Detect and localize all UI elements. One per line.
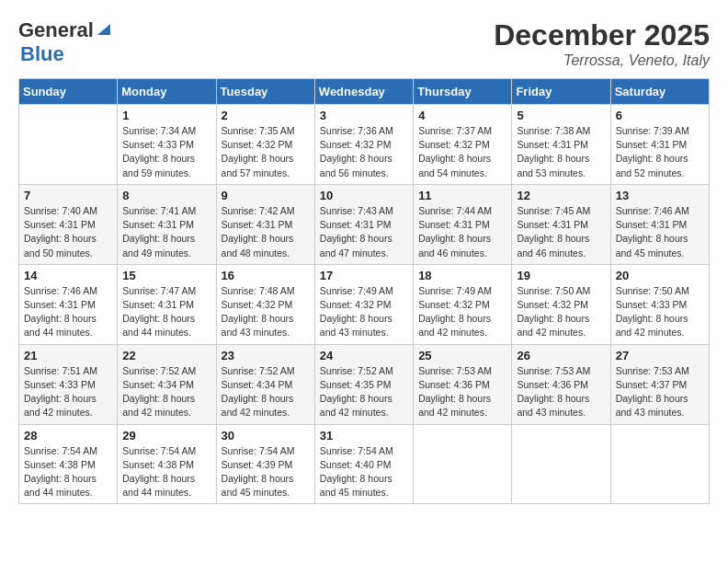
logo-triangle-icon xyxy=(96,20,112,37)
day-info: Sunrise: 7:54 AM Sunset: 4:38 PM Dayligh… xyxy=(122,444,210,500)
calendar-cell: 29Sunrise: 7:54 AM Sunset: 4:38 PM Dayli… xyxy=(118,424,216,504)
day-number: 4 xyxy=(418,109,506,122)
calendar-cell: 19Sunrise: 7:50 AM Sunset: 4:32 PM Dayli… xyxy=(512,264,610,344)
day-number: 29 xyxy=(122,429,210,442)
day-number: 21 xyxy=(24,349,112,362)
calendar-cell: 25Sunrise: 7:53 AM Sunset: 4:36 PM Dayli… xyxy=(414,344,512,424)
day-number: 12 xyxy=(517,189,605,202)
calendar-week-row: 21Sunrise: 7:51 AM Sunset: 4:33 PM Dayli… xyxy=(19,344,710,424)
day-info: Sunrise: 7:36 AM Sunset: 4:32 PM Dayligh… xyxy=(320,124,408,180)
day-number: 6 xyxy=(616,109,704,122)
day-info: Sunrise: 7:46 AM Sunset: 4:31 PM Dayligh… xyxy=(24,284,112,340)
calendar-week-row: 7Sunrise: 7:40 AM Sunset: 4:31 PM Daylig… xyxy=(19,184,710,264)
day-number: 20 xyxy=(616,269,704,282)
page-header: General Blue December 2025 Terrossa, Ven… xyxy=(18,18,710,69)
day-number: 31 xyxy=(320,429,408,442)
logo: General Blue xyxy=(18,18,112,66)
day-number: 5 xyxy=(517,109,605,122)
svg-marker-0 xyxy=(97,24,110,35)
calendar-cell: 23Sunrise: 7:52 AM Sunset: 4:34 PM Dayli… xyxy=(216,344,314,424)
day-info: Sunrise: 7:53 AM Sunset: 4:37 PM Dayligh… xyxy=(616,364,704,420)
day-number: 11 xyxy=(418,189,506,202)
calendar-cell: 16Sunrise: 7:48 AM Sunset: 4:32 PM Dayli… xyxy=(216,264,314,344)
day-info: Sunrise: 7:37 AM Sunset: 4:32 PM Dayligh… xyxy=(418,124,506,180)
day-number: 24 xyxy=(320,349,408,362)
day-info: Sunrise: 7:54 AM Sunset: 4:40 PM Dayligh… xyxy=(320,444,408,500)
calendar-cell: 3Sunrise: 7:36 AM Sunset: 4:32 PM Daylig… xyxy=(314,105,413,185)
day-info: Sunrise: 7:35 AM Sunset: 4:32 PM Dayligh… xyxy=(222,124,310,180)
day-info: Sunrise: 7:54 AM Sunset: 4:39 PM Dayligh… xyxy=(222,444,310,500)
day-number: 7 xyxy=(24,189,112,202)
month-title: December 2025 xyxy=(494,18,710,52)
calendar-cell: 17Sunrise: 7:49 AM Sunset: 4:32 PM Dayli… xyxy=(314,264,413,344)
day-info: Sunrise: 7:52 AM Sunset: 4:34 PM Dayligh… xyxy=(222,364,310,420)
day-number: 22 xyxy=(122,349,210,362)
calendar-cell: 18Sunrise: 7:49 AM Sunset: 4:32 PM Dayli… xyxy=(414,264,512,344)
day-info: Sunrise: 7:44 AM Sunset: 4:31 PM Dayligh… xyxy=(418,204,506,260)
day-number: 19 xyxy=(517,269,605,282)
calendar-week-row: 28Sunrise: 7:54 AM Sunset: 4:38 PM Dayli… xyxy=(19,424,710,504)
day-number: 27 xyxy=(616,349,704,362)
day-info: Sunrise: 7:41 AM Sunset: 4:31 PM Dayligh… xyxy=(122,204,210,260)
day-info: Sunrise: 7:39 AM Sunset: 4:31 PM Dayligh… xyxy=(616,124,704,180)
day-number: 13 xyxy=(616,189,704,202)
calendar-table: SundayMondayTuesdayWednesdayThursdayFrid… xyxy=(18,78,710,504)
col-header-saturday: Saturday xyxy=(610,79,709,105)
day-number: 15 xyxy=(122,269,210,282)
day-info: Sunrise: 7:34 AM Sunset: 4:33 PM Dayligh… xyxy=(122,124,210,180)
calendar-week-row: 14Sunrise: 7:46 AM Sunset: 4:31 PM Dayli… xyxy=(19,264,710,344)
calendar-cell xyxy=(19,105,118,185)
day-info: Sunrise: 7:46 AM Sunset: 4:31 PM Dayligh… xyxy=(616,204,704,260)
day-number: 18 xyxy=(418,269,506,282)
day-number: 30 xyxy=(222,429,310,442)
day-info: Sunrise: 7:49 AM Sunset: 4:32 PM Dayligh… xyxy=(418,284,506,340)
calendar-week-row: 1Sunrise: 7:34 AM Sunset: 4:33 PM Daylig… xyxy=(19,105,710,185)
day-info: Sunrise: 7:47 AM Sunset: 4:31 PM Dayligh… xyxy=(122,284,210,340)
calendar-cell: 7Sunrise: 7:40 AM Sunset: 4:31 PM Daylig… xyxy=(19,184,118,264)
day-info: Sunrise: 7:50 AM Sunset: 4:32 PM Dayligh… xyxy=(517,284,605,340)
day-number: 2 xyxy=(222,109,310,122)
day-number: 17 xyxy=(320,269,408,282)
logo-text-blue: Blue xyxy=(20,42,64,65)
calendar-cell: 21Sunrise: 7:51 AM Sunset: 4:33 PM Dayli… xyxy=(19,344,118,424)
calendar-cell: 8Sunrise: 7:41 AM Sunset: 4:31 PM Daylig… xyxy=(118,184,216,264)
day-info: Sunrise: 7:49 AM Sunset: 4:32 PM Dayligh… xyxy=(320,284,408,340)
calendar-cell: 24Sunrise: 7:52 AM Sunset: 4:35 PM Dayli… xyxy=(314,344,413,424)
calendar-cell: 2Sunrise: 7:35 AM Sunset: 4:32 PM Daylig… xyxy=(216,105,314,185)
calendar-cell: 1Sunrise: 7:34 AM Sunset: 4:33 PM Daylig… xyxy=(118,105,216,185)
calendar-cell: 6Sunrise: 7:39 AM Sunset: 4:31 PM Daylig… xyxy=(610,105,709,185)
day-info: Sunrise: 7:42 AM Sunset: 4:31 PM Dayligh… xyxy=(222,204,310,260)
day-info: Sunrise: 7:52 AM Sunset: 4:34 PM Dayligh… xyxy=(122,364,210,420)
calendar-cell xyxy=(414,424,512,504)
calendar-cell: 5Sunrise: 7:38 AM Sunset: 4:31 PM Daylig… xyxy=(512,105,610,185)
calendar-cell: 27Sunrise: 7:53 AM Sunset: 4:37 PM Dayli… xyxy=(610,344,709,424)
calendar-cell: 26Sunrise: 7:53 AM Sunset: 4:36 PM Dayli… xyxy=(512,344,610,424)
col-header-thursday: Thursday xyxy=(414,79,512,105)
day-info: Sunrise: 7:53 AM Sunset: 4:36 PM Dayligh… xyxy=(418,364,506,420)
day-number: 10 xyxy=(320,189,408,202)
calendar-cell: 31Sunrise: 7:54 AM Sunset: 4:40 PM Dayli… xyxy=(314,424,413,504)
day-info: Sunrise: 7:50 AM Sunset: 4:33 PM Dayligh… xyxy=(616,284,704,340)
day-info: Sunrise: 7:45 AM Sunset: 4:31 PM Dayligh… xyxy=(517,204,605,260)
col-header-wednesday: Wednesday xyxy=(314,79,413,105)
day-info: Sunrise: 7:43 AM Sunset: 4:31 PM Dayligh… xyxy=(320,204,408,260)
calendar-cell: 15Sunrise: 7:47 AM Sunset: 4:31 PM Dayli… xyxy=(118,264,216,344)
title-block: December 2025 Terrossa, Veneto, Italy xyxy=(494,18,710,69)
calendar-cell: 28Sunrise: 7:54 AM Sunset: 4:38 PM Dayli… xyxy=(19,424,118,504)
calendar-cell xyxy=(610,424,709,504)
day-number: 16 xyxy=(222,269,310,282)
day-number: 23 xyxy=(222,349,310,362)
day-info: Sunrise: 7:54 AM Sunset: 4:38 PM Dayligh… xyxy=(24,444,112,500)
day-info: Sunrise: 7:51 AM Sunset: 4:33 PM Dayligh… xyxy=(24,364,112,420)
calendar-cell: 13Sunrise: 7:46 AM Sunset: 4:31 PM Dayli… xyxy=(610,184,709,264)
day-number: 28 xyxy=(24,429,112,442)
location-subtitle: Terrossa, Veneto, Italy xyxy=(494,52,710,69)
calendar-cell: 11Sunrise: 7:44 AM Sunset: 4:31 PM Dayli… xyxy=(414,184,512,264)
day-number: 8 xyxy=(122,189,210,202)
calendar-cell: 12Sunrise: 7:45 AM Sunset: 4:31 PM Dayli… xyxy=(512,184,610,264)
day-info: Sunrise: 7:53 AM Sunset: 4:36 PM Dayligh… xyxy=(517,364,605,420)
day-number: 14 xyxy=(24,269,112,282)
day-number: 25 xyxy=(418,349,506,362)
day-info: Sunrise: 7:38 AM Sunset: 4:31 PM Dayligh… xyxy=(517,124,605,180)
day-info: Sunrise: 7:40 AM Sunset: 4:31 PM Dayligh… xyxy=(24,204,112,260)
